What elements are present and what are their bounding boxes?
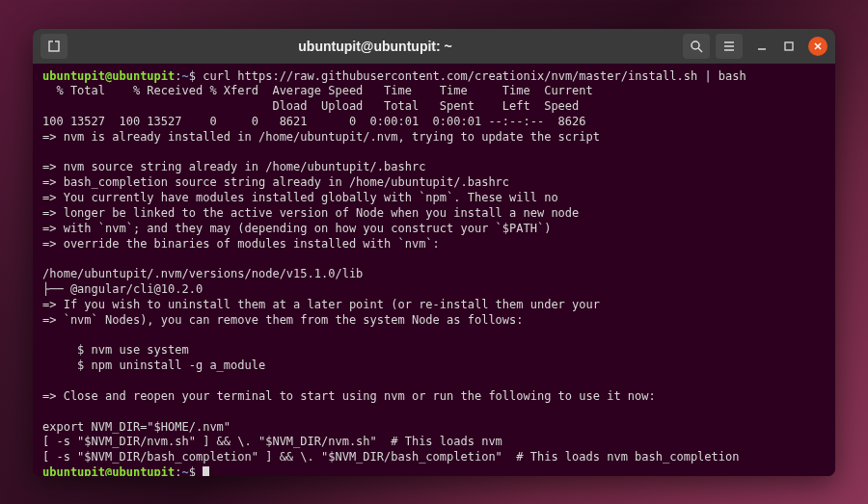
output-line: Dload Upload Total Spent Left Speed <box>42 99 579 113</box>
prompt-path: ~ <box>182 69 189 83</box>
terminal-body[interactable]: ubuntupit@ubuntupit:~$ curl https://raw.… <box>33 64 835 476</box>
titlebar: ubuntupit@ubuntupit: ~ <box>33 29 835 64</box>
output-line: /home/ubuntupit/.nvm/versions/node/v15.1… <box>42 267 363 280</box>
prompt-user-host: ubuntupit@ubuntupit <box>42 465 175 475</box>
menu-button[interactable] <box>716 34 743 59</box>
prompt-user-host: ubuntupit@ubuntupit <box>42 69 175 83</box>
window-controls <box>754 37 827 56</box>
search-button[interactable] <box>683 34 710 59</box>
svg-line-3 <box>698 48 702 52</box>
output-line: export NVM_DIR="$HOME/.nvm" <box>42 420 231 434</box>
output-line: [ -s "$NVM_DIR/nvm.sh" ] && \. "$NVM_DIR… <box>42 435 502 448</box>
output-line: % Total % Received % Xferd Average Speed… <box>42 84 593 97</box>
output-line: => bash_completion source string already… <box>42 175 509 189</box>
minimize-icon <box>756 40 768 52</box>
terminal-window: ubuntupit@ubuntupit: ~ ubuntupit@ubuntup… <box>33 29 835 476</box>
output-line: => with `nvm`; and they may (depending o… <box>42 222 551 235</box>
close-icon <box>813 41 823 51</box>
window-title: ubuntupit@ubuntupit: ~ <box>73 39 677 54</box>
svg-point-2 <box>692 41 699 49</box>
output-line: => `nvm` Nodes), you can remove them fro… <box>42 313 524 327</box>
output-line: => override the binaries of modules inst… <box>42 237 440 251</box>
new-tab-icon <box>47 40 61 53</box>
output-line: => Close and reopen your terminal to sta… <box>42 389 656 403</box>
new-tab-button[interactable] <box>41 34 68 59</box>
output-line: [ -s "$NVM_DIR/bash_completion" ] && \. … <box>42 450 739 464</box>
maximize-button[interactable] <box>781 39 797 54</box>
command-text: curl https://raw.githubusercontent.com/c… <box>203 69 746 83</box>
hamburger-icon <box>722 40 736 53</box>
svg-rect-1 <box>53 40 55 43</box>
prompt-dollar: $ <box>189 465 203 475</box>
prompt-dollar: $ <box>189 69 203 83</box>
svg-rect-8 <box>785 42 793 50</box>
cursor <box>203 466 209 475</box>
output-line: $ npm uninstall -g a_module <box>42 358 265 372</box>
output-line: ├── @angular/cli@10.2.0 <box>42 282 203 296</box>
output-line: => If you wish to uninstall them at a la… <box>42 298 600 311</box>
close-button[interactable] <box>808 37 827 56</box>
output-line: $ nvm use system <box>42 343 189 357</box>
maximize-icon <box>783 40 795 52</box>
prompt-path: ~ <box>182 465 189 475</box>
prompt-colon: : <box>175 69 181 83</box>
output-line: => nvm source string already in /home/ub… <box>42 160 425 173</box>
output-line: => nvm is already installed in /home/ubu… <box>42 130 600 144</box>
output-line: => longer be linked to the active versio… <box>42 206 579 220</box>
output-line: 100 13527 100 13527 0 0 8621 0 0:00:01 0… <box>42 115 586 128</box>
prompt-colon: : <box>175 465 181 475</box>
search-icon <box>690 40 703 53</box>
output-line: => You currently have modules installed … <box>42 191 558 204</box>
minimize-button[interactable] <box>754 39 770 54</box>
